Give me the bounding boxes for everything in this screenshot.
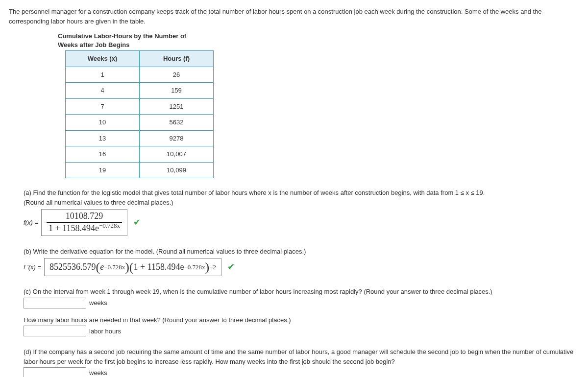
part-b: (b) Write the derivative equation for th… [24, 247, 579, 277]
check-icon: ✔ [133, 216, 141, 229]
part-a-numerator: 10108.729 [64, 212, 105, 222]
part-a-prompt2: (Round all numerical values to three dec… [24, 198, 579, 208]
part-b-prompt: (b) Write the derivative equation for th… [24, 247, 579, 257]
col-header-hours: Hours (f) [140, 51, 214, 67]
part-c-input-hours[interactable] [24, 326, 86, 336]
table-row: 105632 [66, 115, 214, 131]
table-row: 1910,099 [66, 162, 214, 178]
part-d-unit: weeks [89, 368, 107, 377]
part-a-answer-box[interactable]: 10108.729 1 + 1158.494e−0.728x [41, 209, 127, 236]
part-b-coef: 8525536.579 [49, 260, 96, 274]
part-b-mid: 1 + 1158.494e [134, 260, 184, 274]
part-a: (a) Find the function for the logistic m… [24, 188, 579, 236]
table-row: 126 [66, 67, 214, 83]
check-icon: ✔ [227, 260, 235, 274]
part-a-den-prefix: 1 + 1158.494e [49, 223, 99, 233]
table-row: 4159 [66, 83, 214, 99]
part-c-unit: weeks [89, 298, 107, 308]
part-d-input-weeks[interactable] [24, 367, 86, 377]
part-a-prompt1: (a) Find the function for the logistic m… [24, 188, 579, 198]
part-c-sub-unit: labor hours [89, 327, 121, 336]
table-row: 139278 [66, 130, 214, 146]
table-title: Cumulative Labor-Hours by the Number of … [58, 32, 579, 49]
table-row: 71251 [66, 98, 214, 115]
part-b-lhs: f '(x) = [24, 262, 41, 272]
part-b-answer-box[interactable]: 8525536.579(e−0.728x)(1 + 1158.494e−0.72… [44, 258, 221, 276]
part-c-sub-prompt: How many labor hours are needed in that … [24, 315, 579, 325]
part-c: (c) On the interval from week 1 through … [24, 287, 579, 336]
part-c-input-weeks[interactable] [24, 298, 86, 308]
part-a-lhs: f(x) = [24, 218, 38, 228]
table-title-line1: Cumulative Labor-Hours by the Number of [58, 32, 186, 40]
table-title-line2: Weeks after Job Begins [58, 41, 129, 48]
part-a-den-exp: −0.728x [99, 222, 120, 229]
part-c-prompt: (c) On the interval from week 1 through … [24, 287, 579, 297]
part-d-prompt: (d) If the company has a second job requ… [24, 347, 579, 366]
table-row: 1610,007 [66, 146, 214, 163]
part-d: (d) If the company has a second job requ… [24, 347, 579, 377]
data-table: Weeks (x) Hours (f) 126 4159 71251 10563… [65, 50, 214, 178]
problem-intro: The personnel manager for a construction… [9, 7, 579, 26]
col-header-weeks: Weeks (x) [66, 51, 140, 67]
